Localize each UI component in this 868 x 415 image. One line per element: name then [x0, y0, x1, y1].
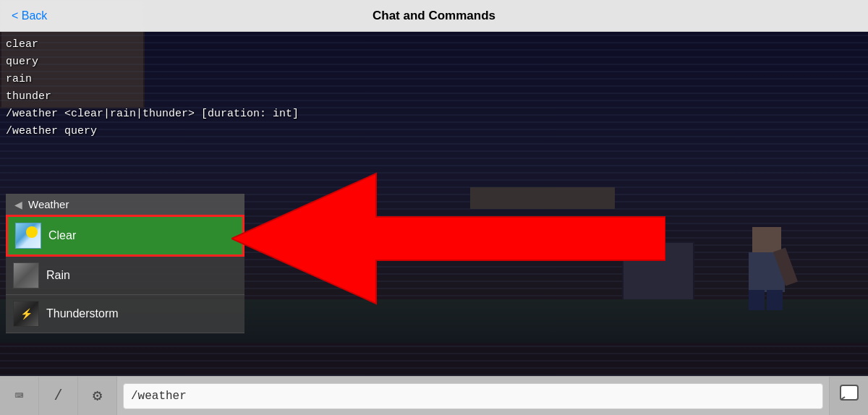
autocomplete-header-label: Weather	[28, 198, 69, 210]
clear-label: Clear	[48, 229, 76, 242]
chat-log: clear query rain thunder /weather <clear…	[6, 36, 299, 140]
send-icon	[839, 384, 859, 408]
autocomplete-item-clear[interactable]: Clear	[6, 215, 244, 257]
chat-line-3: rain	[6, 71, 299, 88]
keyboard-button[interactable]: ⌨	[0, 377, 39, 416]
clear-weather-icon	[15, 223, 41, 249]
autocomplete-header: ◀ Weather	[6, 194, 244, 215]
command-input[interactable]	[123, 383, 823, 409]
keyboard-icon: ⌨	[14, 387, 23, 405]
chat-line-2: query	[6, 54, 299, 71]
back-button[interactable]: < Back	[12, 9, 47, 22]
thunderstorm-label: Thunderstorm	[46, 307, 119, 320]
settings-button[interactable]: ⚙	[78, 377, 117, 416]
rain-weather-icon	[13, 262, 39, 288]
autocomplete-item-rain[interactable]: Rain	[6, 257, 244, 295]
chat-line-7: /weather query	[6, 123, 299, 140]
chevron-left-icon: ◀	[14, 199, 22, 210]
rain-label: Rain	[46, 269, 70, 282]
send-button[interactable]	[829, 377, 868, 416]
autocomplete-panel: ◀ Weather Clear Rain Thunderstorm	[6, 194, 244, 333]
page-title: Chat and Commands	[373, 9, 495, 23]
chat-line-6: /weather <clear|rain|thunder> [duration:…	[6, 106, 299, 123]
back-label: < Back	[12, 9, 47, 22]
settings-icon: ⚙	[93, 386, 102, 406]
pen-button[interactable]: /	[39, 377, 78, 416]
chat-line-1: clear	[6, 36, 299, 54]
chat-line-4: thunder	[6, 88, 299, 106]
bottom-bar: ⌨ / ⚙	[0, 376, 868, 415]
top-bar: < Back Chat and Commands	[0, 0, 868, 32]
autocomplete-item-thunderstorm[interactable]: Thunderstorm	[6, 295, 244, 333]
pen-icon: /	[54, 388, 62, 404]
thunder-weather-icon	[13, 301, 39, 327]
